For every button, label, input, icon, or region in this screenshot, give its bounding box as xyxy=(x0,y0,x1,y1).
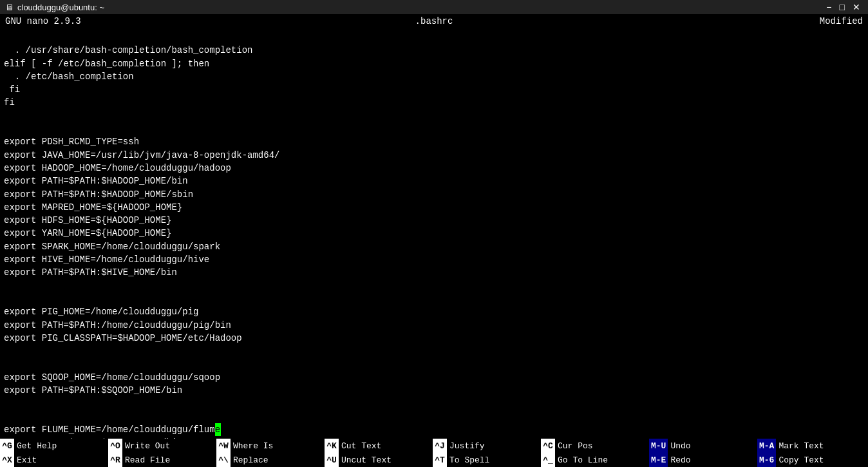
editor-line-12: export MAPRED_HOME=${HADOOP_HOME} xyxy=(4,202,182,213)
shortcut-label-write-out: Write Out xyxy=(122,441,170,451)
shortcut-label-where-is: Where Is xyxy=(231,441,273,451)
shortcut-replace[interactable]: ^\ Replace xyxy=(216,453,325,467)
filename: .bashrc xyxy=(415,16,453,26)
title-bar-left: 🖥 cloudduggu@ubuntu: ~ xyxy=(5,3,104,12)
editor-line-10: export PATH=$PATH:$HADOOP_HOME/bin xyxy=(4,176,188,186)
editor-line-9: export HADOOP_HOME=/home/cloudduggu/hado… xyxy=(4,163,231,173)
shortcut-write-out[interactable]: ^O Write Out xyxy=(108,439,216,453)
editor-line-13: export HDFS_HOME=${HADOOP_HOME} xyxy=(4,215,171,225)
shortcut-key-g: ^G xyxy=(0,439,14,453)
editor-line-15: export SPARK_HOME=/home/cloudduggu/spark xyxy=(4,242,220,252)
shortcut-row-1: ^G Get Help ^O Write Out ^W Where Is ^K … xyxy=(0,439,868,453)
shortcut-label-go-to-line: Go To Line xyxy=(555,455,608,465)
shortcut-label-undo: Undo xyxy=(668,441,690,451)
shortcut-label-exit: Exit xyxy=(14,455,37,465)
editor-line-5: fi xyxy=(4,97,15,108)
shortcut-exit[interactable]: ^X Exit xyxy=(0,453,108,467)
shortcut-read-file[interactable]: ^R Read File xyxy=(108,453,216,467)
terminal-icon: 🖥 xyxy=(5,3,14,12)
editor-line-24: export PATH=$PATH:$SQOOP_HOME/bin xyxy=(4,385,182,396)
shortcut-copy-text[interactable]: M-6 Copy Text xyxy=(757,453,865,467)
shortcut-undo[interactable]: M-U Undo xyxy=(649,439,757,453)
shortcut-key-r: ^R xyxy=(108,453,122,467)
editor-line-16: export HIVE_HOME=/home/cloudduggu/hive xyxy=(4,254,209,265)
text-cursor: e xyxy=(215,423,221,436)
shortcut-key-w: ^W xyxy=(216,439,231,453)
shortcut-key-t: ^T xyxy=(433,453,447,467)
shortcut-key-me: M-E xyxy=(649,453,668,467)
editor-line-3: . /etc/bash_completion xyxy=(4,71,134,82)
editor-line-11: export PATH=$PATH:$HADOOP_HOME/sbin xyxy=(4,189,193,200)
shortcut-label-redo: Redo xyxy=(668,455,690,465)
title-bar-controls[interactable]: − □ ✕ xyxy=(824,2,863,12)
shortcut-redo[interactable]: M-E Redo xyxy=(649,453,757,467)
editor-line-8: export JAVA_HOME=/usr/lib/jvm/java-8-ope… xyxy=(4,150,279,160)
editor-line-7: export PDSH_RCMD_TYPE=ssh xyxy=(4,137,139,147)
shortcut-key-o: ^O xyxy=(108,439,122,453)
shortcut-where-is[interactable]: ^W Where Is xyxy=(216,439,325,453)
shortcut-key-mu: M-U xyxy=(649,439,668,453)
editor-line-21: export PIG_CLASSPATH=$HADOOP_HOME/etc/Ha… xyxy=(4,333,242,343)
shortcut-go-to-line[interactable]: ^_ Go To Line xyxy=(541,453,649,467)
editor-line-14: export YARN_HOME=${HADOOP_HOME} xyxy=(4,228,171,238)
editor-line-19: export PIG_HOME=/home/cloudduggu/pig xyxy=(4,307,198,317)
minimize-button[interactable]: − xyxy=(824,2,834,12)
modified-status: Modified xyxy=(820,16,863,26)
shortcut-label-cut-text: Cut Text xyxy=(339,441,381,451)
shortcut-get-help[interactable]: ^G Get Help xyxy=(0,439,108,453)
shortcut-label-read-file: Read File xyxy=(122,455,170,465)
editor-line-1: . /usr/share/bash-completion/bash_comple… xyxy=(4,45,252,55)
editor-line-4: fi xyxy=(4,84,20,95)
editor-line-20: export PATH=$PATH:/home/cloudduggu/pig/b… xyxy=(4,320,231,330)
editor-line-26: export FLUME_HOME=/home/cloudduggu/flume xyxy=(4,424,221,435)
close-button[interactable]: ✕ xyxy=(850,2,863,12)
shortcut-key-x: ^X xyxy=(0,453,14,467)
shortcut-cur-pos[interactable]: ^C Cur Pos xyxy=(541,439,649,453)
shortcut-label-justify: Justify xyxy=(447,441,485,451)
header-bar: GNU nano 2.9.3 .bashrc Modified xyxy=(0,14,868,28)
shortcut-key-underscore: ^_ xyxy=(541,453,555,467)
shortcut-key-k: ^K xyxy=(325,439,339,453)
shortcut-label-uncut-text: Uncut Text xyxy=(339,455,392,465)
shortcut-key-backslash: ^\ xyxy=(216,453,231,467)
shortcut-cut-text[interactable]: ^K Cut Text xyxy=(325,439,433,453)
shortcut-uncut-text[interactable]: ^U Uncut Text xyxy=(325,453,433,467)
shortcut-label-copy-text: Copy Text xyxy=(776,455,824,465)
shortcut-label-mark-text: Mark Text xyxy=(776,441,824,451)
shortcut-key-m6: M-6 xyxy=(757,453,776,467)
shortcut-row-2: ^X Exit ^R Read File ^\ Replace ^U Uncut… xyxy=(0,453,868,467)
shortcut-label-cur-pos: Cur Pos xyxy=(555,441,593,451)
maximize-button[interactable]: □ xyxy=(837,2,847,12)
shortcut-key-c: ^C xyxy=(541,439,555,453)
shortcut-mark-text[interactable]: M-A Mark Text xyxy=(757,439,865,453)
shortcut-key-ma: M-A xyxy=(757,439,776,453)
editor-line-17: export PATH=$PATH:$HIVE_HOME/bin xyxy=(4,267,177,278)
shortcut-justify[interactable]: ^J Justify xyxy=(433,439,541,453)
app-name: GNU nano 2.9.3 xyxy=(5,16,81,26)
editor-area[interactable]: . /usr/share/bash-completion/bash_comple… xyxy=(0,28,868,439)
title-bar: 🖥 cloudduggu@ubuntu: ~ − □ ✕ xyxy=(0,0,868,14)
shortcut-key-u: ^U xyxy=(325,453,339,467)
shortcut-label-to-spell: To Spell xyxy=(447,455,489,465)
editor-line-2: elif [ -f /etc/bash_completion ]; then xyxy=(4,59,209,69)
bottom-bar: ^G Get Help ^O Write Out ^W Where Is ^K … xyxy=(0,439,868,467)
editor-line-23: export SQOOP_HOME=/home/cloudduggu/sqoop xyxy=(4,372,220,383)
shortcut-label-get-help: Get Help xyxy=(14,441,57,451)
shortcut-to-spell[interactable]: ^T To Spell xyxy=(433,453,541,467)
title-text: cloudduggu@ubuntu: ~ xyxy=(17,3,104,12)
shortcut-key-j: ^J xyxy=(433,439,447,453)
shortcut-label-replace: Replace xyxy=(231,455,269,465)
